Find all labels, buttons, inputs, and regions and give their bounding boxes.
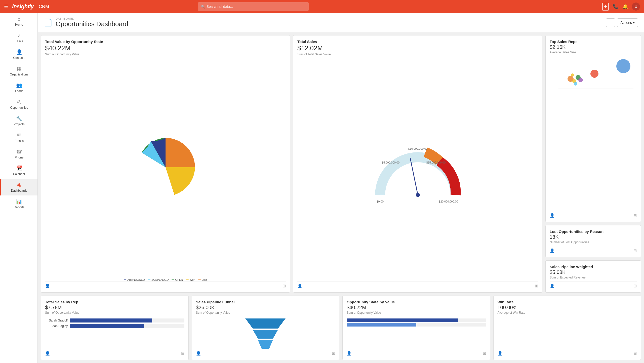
card-total-sales-rep-sub: Sum of Opportunity Value bbox=[45, 311, 184, 314]
sidebar-label-emails: Emails bbox=[15, 139, 24, 143]
main-layout: ⌂ Home ✓ Tasks 👤 Contacts ▦ Organization… bbox=[0, 13, 644, 363]
sidebar-item-dashboards[interactable]: ◉ Dashboards bbox=[0, 179, 37, 195]
card-opp-state-sub: Sum of Opportunity Value bbox=[347, 311, 486, 314]
svg-text:$10,000,000.00: $10,000,000.00 bbox=[408, 147, 427, 150]
search-bar[interactable]: 🔍 bbox=[198, 2, 309, 11]
small-bar-fill-2 bbox=[347, 323, 416, 327]
bar-row-sarah: Sarah Gradolf bbox=[45, 318, 184, 322]
back-button[interactable]: ← bbox=[606, 18, 615, 27]
card-top-reps: Top Sales Reps $2.16K Average Sales Size bbox=[545, 35, 641, 222]
bar-track-sarah bbox=[70, 318, 184, 322]
sidebar-item-opportunities[interactable]: ◎ Opportunities bbox=[0, 96, 37, 112]
add-icon[interactable]: + bbox=[602, 3, 609, 11]
svg-text:$0.00: $0.00 bbox=[377, 200, 384, 203]
right-column: Top Sales Reps $2.16K Average Sales Size bbox=[545, 35, 641, 293]
person-icon-8[interactable]: 👤 bbox=[347, 351, 352, 356]
table-icon[interactable]: ⊞ bbox=[283, 284, 286, 288]
card-total-sales-sub: Sum of Total Sales Value bbox=[297, 53, 538, 56]
sidebar-label-dashboards: Dashboards bbox=[11, 189, 27, 192]
table-icon-9[interactable]: ⊞ bbox=[633, 351, 637, 356]
table-icon-7[interactable]: ⊞ bbox=[332, 351, 335, 356]
sidebar-item-emails[interactable]: ✉ Emails bbox=[0, 129, 37, 146]
card-win-rate: Win Rate 100.00% Average of Win Rate 👤 ⊞ bbox=[493, 296, 641, 360]
table-icon-4[interactable]: ⊞ bbox=[633, 248, 637, 253]
svg-marker-20 bbox=[253, 330, 278, 339]
svg-point-16 bbox=[571, 73, 574, 76]
card-total-value-sub: Sum of Opportunity Value bbox=[45, 53, 286, 56]
small-bar-row-2 bbox=[347, 323, 486, 327]
sidebar-item-home[interactable]: ⌂ Home bbox=[0, 13, 37, 29]
pie-chart bbox=[45, 58, 286, 276]
card-total-value: Total Value by Opportunity State $40.22M… bbox=[41, 35, 290, 293]
card-total-sales-rep-value: $7.78M bbox=[45, 305, 184, 310]
gauge-chart: $0.00 $5,000,000.00 $10,000,000.00 $15,0… bbox=[297, 58, 538, 281]
card-opp-state: Opportunity State by Value $40.22M Sum o… bbox=[342, 296, 490, 360]
bar-label-sarah: Sarah Gradolf bbox=[45, 319, 68, 322]
card-sales-pipeline: Sales Pipeline Funnel $26.00K Sum of Opp… bbox=[192, 296, 340, 360]
nav-actions: + 📞 🔔 U bbox=[602, 3, 640, 11]
card-opp-state-title: Opportunity State by Value bbox=[347, 300, 486, 304]
legend-open: OPEN bbox=[172, 278, 183, 281]
search-input[interactable] bbox=[207, 5, 306, 9]
sidebar-label-phone: Phone bbox=[15, 156, 24, 159]
reports-icon: 📊 bbox=[16, 198, 22, 205]
person-icon-9[interactable]: 👤 bbox=[498, 351, 503, 356]
phone-icon: ☎ bbox=[16, 149, 22, 155]
card-top-reps-sub: Average Sales Size bbox=[550, 51, 637, 54]
sidebar-item-tasks[interactable]: ✓ Tasks bbox=[0, 29, 37, 46]
sidebar-item-contacts[interactable]: 👤 Contacts bbox=[0, 46, 37, 63]
sidebar-label-home: Home bbox=[15, 23, 23, 26]
svg-line-0 bbox=[410, 158, 418, 195]
page-header-text: DASHBOARD Opportunities Dashboard bbox=[56, 17, 606, 28]
bar-chart: Sarah Gradolf Brian Bagley bbox=[45, 318, 184, 328]
page-title: Opportunities Dashboard bbox=[56, 20, 606, 28]
person-icon-2[interactable]: 👤 bbox=[297, 284, 302, 288]
table-icon-2[interactable]: ⊞ bbox=[535, 284, 538, 288]
sidebar-item-organizations[interactable]: ▦ Organizations bbox=[0, 63, 37, 79]
table-icon-8[interactable]: ⊞ bbox=[483, 351, 486, 356]
bar-track-brian bbox=[70, 324, 184, 328]
person-icon-4[interactable]: 👤 bbox=[550, 248, 555, 253]
opportunities-icon: ◎ bbox=[17, 99, 21, 105]
card-pipeline-weighted: Sales Pipeline Weighted $5.08K Sum of Ex… bbox=[545, 260, 641, 293]
svg-point-1 bbox=[416, 193, 420, 197]
card-total-sales-title: Total Sales bbox=[297, 39, 538, 44]
person-icon-3[interactable]: 👤 bbox=[550, 213, 555, 218]
breadcrumb: DASHBOARD bbox=[56, 17, 606, 20]
person-icon-6[interactable]: 👤 bbox=[45, 351, 50, 356]
sidebar-item-phone[interactable]: ☎ Phone bbox=[0, 146, 37, 162]
sidebar: ⌂ Home ✓ Tasks 👤 Contacts ▦ Organization… bbox=[0, 13, 38, 363]
sidebar-item-calendar[interactable]: 📅 Calendar bbox=[0, 162, 37, 179]
actions-button[interactable]: Actions ▾ bbox=[617, 18, 638, 27]
bell-icon[interactable]: 🔔 bbox=[622, 4, 628, 9]
small-bar-track-2 bbox=[347, 323, 486, 327]
svg-text:$5,000,000.00: $5,000,000.00 bbox=[382, 161, 399, 164]
sidebar-item-reports[interactable]: 📊 Reports bbox=[0, 195, 37, 212]
legend-abandoned: ABANDONED bbox=[124, 278, 145, 281]
card-opp-state-value: $40.22M bbox=[347, 305, 486, 310]
tasks-icon: ✓ bbox=[17, 32, 21, 38]
phone-icon[interactable]: 📞 bbox=[613, 4, 618, 9]
svg-marker-19 bbox=[245, 318, 286, 329]
person-icon-7[interactable]: 👤 bbox=[196, 351, 201, 356]
menu-icon[interactable]: ☰ bbox=[4, 4, 8, 9]
card-sales-pipeline-footer: 👤 ⊞ bbox=[196, 349, 335, 356]
svg-text:$20,000,000.00: $20,000,000.00 bbox=[439, 200, 458, 203]
sidebar-item-leads[interactable]: 👥 Leads bbox=[0, 79, 37, 96]
card-total-value-footer: 👤 ⊞ bbox=[45, 281, 286, 288]
card-lost-opps-footer: 👤 ⊞ bbox=[550, 246, 637, 253]
sidebar-item-projects[interactable]: 🔧 Projects bbox=[0, 112, 37, 129]
svg-point-18 bbox=[616, 59, 630, 73]
card-win-rate-footer: 👤 ⊞ bbox=[498, 349, 637, 356]
content-area: 📄 DASHBOARD Opportunities Dashboard ← Ac… bbox=[38, 13, 644, 363]
bar-fill-sarah bbox=[70, 318, 152, 322]
card-lost-opps: Lost Opportunities by Reason 18K Number … bbox=[545, 225, 641, 257]
table-icon-5[interactable]: ⊞ bbox=[633, 284, 637, 288]
table-icon-6[interactable]: ⊞ bbox=[181, 351, 184, 356]
person-icon[interactable]: 👤 bbox=[45, 284, 50, 288]
avatar[interactable]: U bbox=[632, 3, 640, 11]
small-bar-row-1 bbox=[347, 318, 486, 322]
card-lost-opps-sub: Number of Lost Opportunities bbox=[550, 240, 637, 244]
person-icon-5[interactable]: 👤 bbox=[550, 284, 555, 288]
table-icon-3[interactable]: ⊞ bbox=[633, 213, 637, 218]
